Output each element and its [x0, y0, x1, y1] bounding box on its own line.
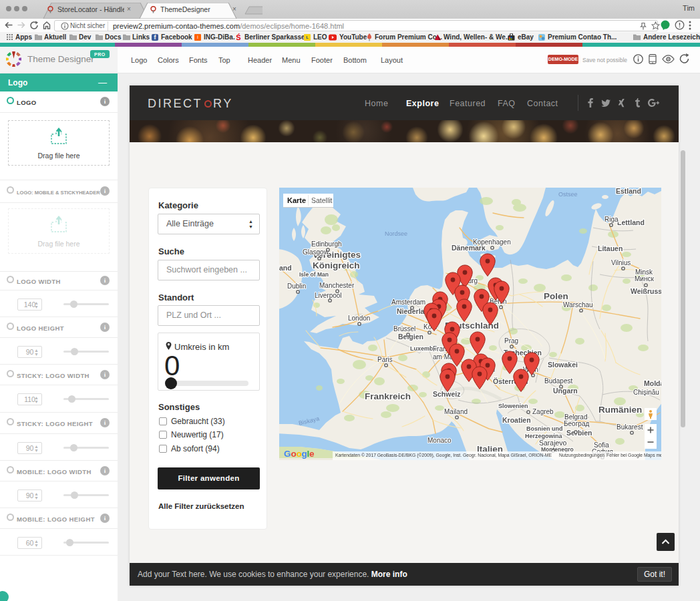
svg-text:Kopenhagen: Kopenhagen [473, 238, 511, 246]
svg-text:Bosnien und: Bosnien und [526, 425, 563, 432]
svg-text:Bukarest: Bukarest [617, 423, 643, 431]
svg-text:London: London [348, 315, 370, 322]
svg-text:o: o [297, 449, 302, 459]
svg-text:Frankreich: Frankreich [365, 391, 411, 401]
svg-text:Nutzungsbedingungen: Nutzungsbedingungen [559, 453, 604, 458]
svg-text:Königreich: Königreich [313, 260, 360, 270]
svg-text:Moldaw: Moldaw [644, 379, 661, 387]
svg-text:Kroatien: Kroatien [502, 416, 531, 424]
svg-text:Riga: Riga [604, 216, 619, 223]
svg-text:Prag: Prag [504, 337, 518, 345]
svg-text:Минск: Минск [635, 275, 654, 282]
svg-text:Sarajevo: Sarajevo [539, 439, 567, 447]
svg-text:Brüssel: Brüssel [393, 325, 415, 333]
svg-text:Budapest: Budapest [544, 377, 572, 385]
svg-text:Kartendaten © 2017 GeoBasis-DE: Kartendaten © 2017 GeoBasis-DE/BKG (©200… [335, 453, 552, 458]
svg-text:Manchester: Manchester [319, 282, 355, 289]
svg-text:Karte: Karte [287, 196, 306, 204]
svg-text:Ungarn: Ungarn [553, 387, 578, 395]
svg-text:Litauen: Litauen [598, 244, 623, 252]
svg-text:Schweiz: Schweiz [433, 390, 460, 398]
svg-text:Warschau: Warschau [563, 301, 593, 309]
svg-text:Glasgow: Glasgow [303, 248, 329, 256]
svg-text:Slowenien: Slowenien [498, 403, 528, 409]
svg-text:Rumänien: Rumänien [598, 405, 642, 415]
svg-text:Zagreb: Zagreb [532, 408, 554, 415]
svg-text:Београд: Београд [564, 420, 589, 427]
svg-text:Dublin: Dublin [287, 282, 306, 290]
svg-text:Vilnius: Vilnius [611, 259, 631, 266]
svg-text:Belgien: Belgien [398, 333, 423, 341]
svg-text:Satellit: Satellit [311, 196, 333, 204]
svg-text:e: e [309, 449, 315, 459]
svg-text:Edinburgh: Edinburgh [311, 240, 342, 248]
svg-text:Slowakei: Slowakei [548, 361, 578, 369]
svg-text:Paris: Paris [377, 356, 393, 363]
svg-text:Monaco: Monaco [427, 437, 452, 444]
svg-text:Estland: Estland [616, 188, 641, 195]
svg-text:g: g [302, 449, 307, 459]
svg-text:G: G [284, 449, 291, 459]
svg-text:Lettland: Lettland [617, 218, 645, 226]
svg-text:Mailand: Mailand [444, 408, 468, 415]
svg-text:Weißrussl: Weißrussl [631, 287, 661, 295]
svg-text:Ostsee: Ostsee [558, 191, 578, 198]
svg-text:Fehler bei Google Maps melden: Fehler bei Google Maps melden [606, 453, 661, 458]
svg-text:Polen: Polen [544, 291, 568, 301]
svg-text:o: o [291, 449, 297, 459]
svg-text:Serbien: Serbien [566, 429, 592, 437]
svg-text:Nordsee: Nordsee [385, 230, 407, 237]
svg-text:Chișinău: Chișinău [633, 389, 659, 396]
svg-text:Isle of Man: Isle of Man [299, 271, 329, 278]
svg-text:Irland: Irland [279, 264, 292, 272]
svg-text:Amsterdam: Amsterdam [391, 298, 425, 306]
